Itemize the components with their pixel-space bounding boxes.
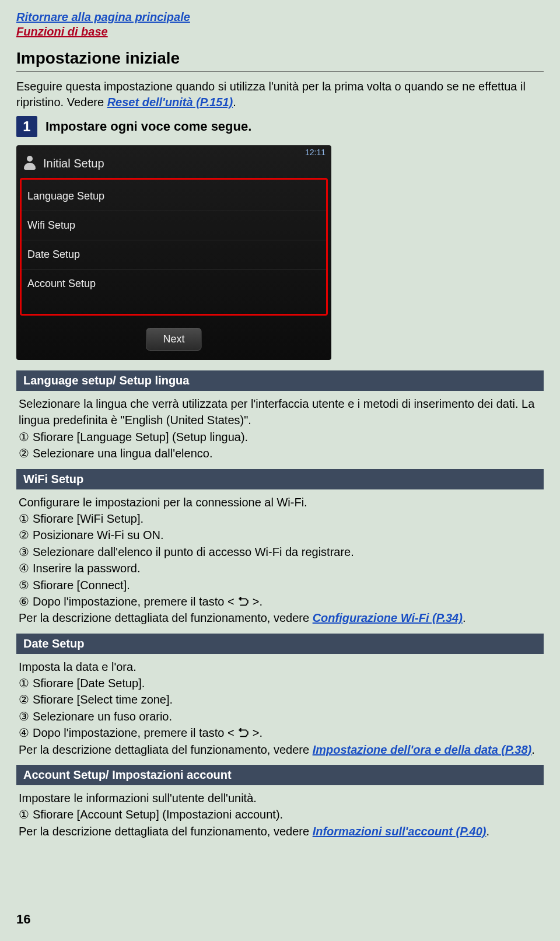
step-number-badge: 1 [16, 116, 37, 137]
device-menu-date[interactable]: Date Setup [22, 240, 326, 270]
wifi-step-5: Sfiorare [Connect]. [33, 579, 130, 592]
wifi-step-2: Posizionare Wi-Fi su ON. [33, 529, 164, 541]
wifi-step-4: Inserire la password. [33, 562, 141, 575]
language-desc: Selezionare la lingua che verrà utilizza… [19, 396, 541, 429]
circled-3-icon: ③ [19, 708, 33, 725]
circled-1-icon: ① [19, 429, 33, 445]
wifi-step-1: Sfiorare [WiFi Setup]. [33, 512, 144, 525]
date-step-1: Sfiorare [Date Setup]. [33, 677, 145, 690]
language-step-2: Selezionare una lingua dall'elenco. [33, 447, 213, 460]
device-menu-language[interactable]: Language Setup [22, 182, 326, 211]
section-header-wifi: WiFi Setup [16, 469, 544, 489]
circled-2-icon: ② [19, 527, 33, 543]
return-icon: ⮌ [237, 593, 249, 610]
device-title: Initial Setup [43, 157, 104, 170]
account-footer-after: . [486, 825, 489, 838]
device-next-button[interactable]: Next [146, 328, 201, 351]
return-icon: ⮌ [237, 725, 249, 741]
intro-text-after: . [233, 96, 236, 109]
wifi-desc: Configurare le impostazioni per la conne… [19, 494, 541, 510]
section-body-language: Selezionare la lingua che verrà utilizza… [16, 391, 544, 469]
step-1-row: 1 Impostare ogni voce come segue. [16, 116, 544, 137]
section-body-date: Imposta la data e l'ora. ①Sfiorare [Date… [16, 654, 544, 765]
circled-1-icon: ① [19, 675, 33, 691]
circled-1-icon: ① [19, 806, 33, 823]
step-1-label: Impostare ogni voce come segue. [46, 119, 251, 134]
date-step-2: Sfiorare [Select time zone]. [33, 693, 173, 706]
date-footer-after: . [531, 743, 535, 756]
section-header-account: Account Setup/ Impostazioni account [16, 765, 544, 785]
wifi-footer-before: Per la descrizione dettagliata del funzi… [19, 611, 313, 624]
account-step-1: Sfiorare [Account Setup] (Impostazioni a… [33, 808, 283, 821]
circled-5-icon: ⑤ [19, 577, 33, 593]
circled-4-icon: ④ [19, 560, 33, 576]
device-menu-wifi[interactable]: Wifi Setup [22, 211, 326, 240]
section-body-wifi: Configurare le impostazioni per la conne… [16, 489, 544, 634]
circled-2-icon: ② [19, 691, 33, 708]
account-info-link[interactable]: Informazioni sull'account (P.40) [313, 825, 487, 838]
account-footer-before: Per la descrizione dettagliata del funzi… [19, 825, 313, 838]
circled-6-icon: ⑥ [19, 593, 33, 610]
wifi-step-3: Selezionare dall'elenco il punto di acce… [33, 545, 354, 558]
device-menu-account[interactable]: Account Setup [22, 270, 326, 298]
person-icon [22, 156, 37, 171]
section-header-language: Language setup/ Setup lingua [16, 370, 544, 391]
wifi-step-6-after: >. [249, 595, 262, 608]
section-body-account: Impostare le informazioni sull'utente de… [16, 785, 544, 846]
date-config-link[interactable]: Impostazione dell'ora e della data (P.38… [313, 743, 532, 756]
highlight-box: Language Setup Wifi Setup Date Setup Acc… [20, 178, 328, 316]
date-step-4-before: Dopo l'impostazione, premere il tasto < [33, 726, 237, 739]
language-step-1: Sfiorare [Language Setup] (Setup lingua)… [33, 431, 248, 443]
intro-text-before: Eseguire questa impostazione quando si u… [16, 80, 526, 109]
device-screenshot: 12:11 Initial Setup Language Setup Wifi … [16, 145, 331, 360]
wifi-step-6-before: Dopo l'impostazione, premere il tasto < [33, 595, 237, 608]
account-desc: Impostare le informazioni sull'utente de… [19, 790, 541, 806]
date-step-3: Selezionare un fuso orario. [33, 710, 172, 723]
page-number: 16 [16, 912, 30, 927]
date-desc: Imposta la data e l'ora. [19, 659, 541, 675]
device-clock: 12:11 [305, 148, 326, 157]
circled-4-icon: ④ [19, 725, 33, 741]
wifi-config-link[interactable]: Configurazione Wi-Fi (P.34) [313, 611, 463, 624]
reset-link[interactable]: Reset dell'unità (P.151) [107, 96, 233, 109]
intro-paragraph: Eseguire questa impostazione quando si u… [16, 79, 544, 110]
date-step-4-after: >. [249, 726, 262, 739]
circled-1-icon: ① [19, 510, 33, 527]
circled-2-icon: ② [19, 445, 33, 461]
page-title: Impostazione iniziale [16, 49, 544, 72]
wifi-footer-after: . [463, 611, 466, 624]
date-footer-before: Per la descrizione dettagliata del funzi… [19, 743, 313, 756]
home-link[interactable]: Ritornare alla pagina principale [16, 11, 190, 23]
section-header-date: Date Setup [16, 634, 544, 654]
section-label: Funzioni di base [16, 25, 544, 39]
circled-3-icon: ③ [19, 544, 33, 560]
